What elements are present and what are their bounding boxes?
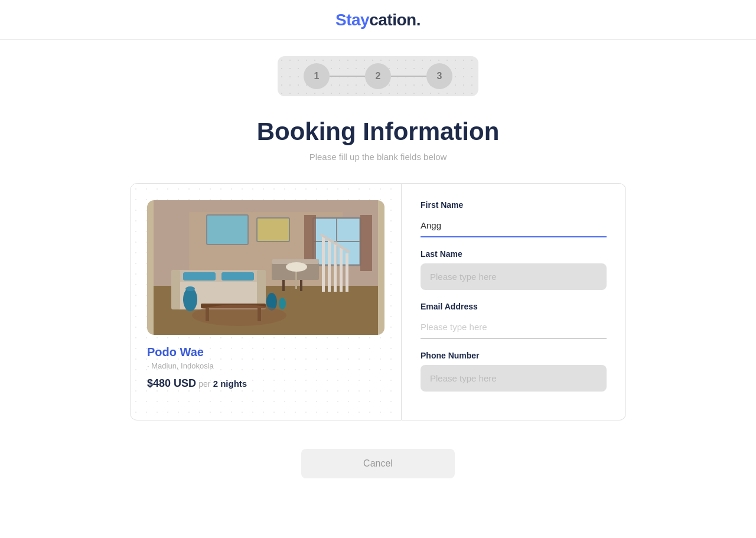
cancel-button[interactable]: Cancel (301, 449, 455, 478)
svg-rect-34 (207, 215, 248, 244)
price-amount: $480 USD (147, 377, 196, 389)
svg-rect-17 (171, 270, 180, 309)
email-label: Email Address (421, 302, 607, 311)
email-input[interactable] (421, 316, 607, 339)
logo: Staycation. (335, 11, 421, 30)
steps-container: 1 2 3 (278, 56, 478, 96)
svg-point-39 (286, 262, 307, 272)
step-1[interactable]: 1 (304, 63, 330, 89)
logo-cation: cation. (369, 11, 421, 29)
phone-input[interactable] (421, 365, 607, 392)
property-image (147, 200, 384, 335)
svg-rect-18 (257, 270, 266, 309)
price-nights: 2 nights (213, 379, 247, 389)
svg-rect-9 (322, 236, 325, 292)
footer: Cancel (0, 449, 756, 502)
step-2[interactable]: 2 (365, 63, 391, 89)
booking-subtitle: Please fill up the blank fields below (0, 152, 756, 162)
svg-point-40 (192, 305, 286, 326)
first-name-label: First Name (421, 200, 607, 210)
svg-rect-10 (328, 239, 331, 292)
last-name-input[interactable] (421, 263, 607, 290)
step-connector-1 (330, 76, 365, 77)
first-name-group: First Name (421, 200, 607, 237)
logo-stay: Stay (335, 11, 369, 29)
property-price: $480 USD per 2 nights (147, 377, 384, 390)
booking-title-section: Booking Information Please fill up the b… (0, 118, 756, 162)
steps-wrapper: 1 2 3 (0, 56, 756, 96)
booking-title: Booking Information (0, 118, 756, 146)
svg-rect-36 (257, 218, 289, 242)
phone-label: Phone Number (421, 351, 607, 360)
email-group: Email Address (421, 302, 607, 339)
header: Staycation. (0, 0, 756, 40)
property-name: Podo Wae (147, 345, 384, 359)
svg-rect-8 (360, 215, 372, 271)
property-location: · Madiun, Indokosia (147, 361, 384, 370)
svg-rect-11 (334, 242, 337, 292)
step-3[interactable]: 3 (426, 63, 452, 89)
last-name-label: Last Name (421, 249, 607, 259)
first-name-input[interactable] (421, 214, 607, 237)
last-name-group: Last Name (421, 249, 607, 290)
svg-rect-13 (346, 253, 348, 292)
svg-rect-19 (183, 272, 216, 281)
left-panel: Podo Wae · Madiun, Indokosia $480 USD pe… (130, 183, 402, 420)
svg-point-25 (185, 286, 195, 291)
phone-group: Phone Number (421, 351, 607, 392)
svg-point-27 (279, 298, 286, 309)
svg-rect-20 (221, 272, 254, 281)
step-connector-2 (391, 76, 426, 77)
right-panel: First Name Last Name Email Address Phone… (402, 183, 626, 420)
main-content: Podo Wae · Madiun, Indokosia $480 USD pe… (0, 183, 756, 420)
svg-rect-12 (340, 247, 343, 292)
